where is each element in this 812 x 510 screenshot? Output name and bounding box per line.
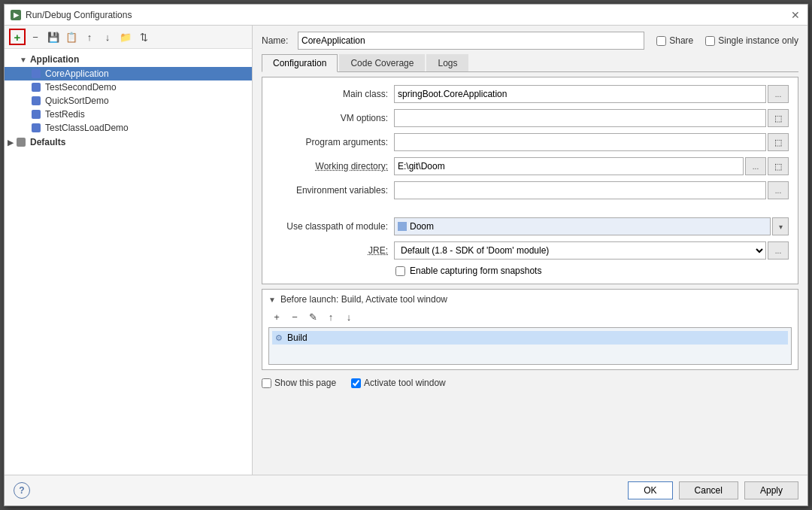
- working-dir-input[interactable]: [394, 157, 744, 175]
- snapshots-row: Enable capturing form snapshots: [271, 266, 789, 276]
- app-icon: [32, 83, 41, 92]
- tab-code-coverage[interactable]: Code Coverage: [339, 54, 425, 71]
- module-icon: [398, 222, 407, 231]
- defaults-group[interactable]: ▶ Defaults: [5, 135, 252, 150]
- working-dir-browse-button[interactable]: ...: [745, 157, 766, 175]
- tree-item-core-application[interactable]: CoreApplication: [5, 67, 252, 80]
- show-page-text: Show this page: [274, 378, 336, 388]
- working-dir-expand-button[interactable]: ⬚: [768, 157, 789, 175]
- enable-snapshots-label: Enable capturing form snapshots: [410, 266, 541, 276]
- before-launch-arrow: ▼: [268, 296, 276, 304]
- env-vars-input-wrapper: ...: [394, 181, 789, 199]
- folder-button[interactable]: 📁: [117, 29, 134, 45]
- right-panel: Name: Share Single instance only Configu…: [253, 26, 807, 475]
- bl-list-item[interactable]: ⚙ Build: [272, 331, 788, 345]
- env-vars-browse-button[interactable]: ...: [768, 181, 789, 199]
- bl-down-button[interactable]: ↓: [341, 309, 357, 324]
- working-dir-input-wrapper: ... ⬚: [394, 157, 789, 175]
- defaults-icon: [17, 138, 26, 147]
- jre-select[interactable]: Default (1.8 - SDK of 'Doom' module): [394, 241, 766, 260]
- save-configuration-button[interactable]: 💾: [45, 29, 62, 45]
- defaults-arrow: ▶: [8, 138, 14, 147]
- share-checkbox-label[interactable]: Share: [656, 35, 693, 46]
- program-args-input[interactable]: [394, 133, 766, 151]
- bottom-checkboxes: Show this page Activate tool window: [262, 375, 798, 391]
- move-up-button[interactable]: ↑: [81, 29, 98, 45]
- classpath-dropdown-button[interactable]: ▾: [772, 217, 789, 235]
- vm-options-input-wrapper: ⬚: [394, 109, 789, 127]
- classpath-select-wrapper: Doom ▾: [394, 217, 789, 235]
- bl-add-button[interactable]: +: [268, 309, 285, 324]
- before-launch-title: Before launch: Build, Activate tool wind…: [280, 294, 447, 305]
- main-class-label: Main class:: [271, 89, 388, 99]
- application-group-label: Application: [30, 54, 79, 65]
- jre-select-wrapper: Default (1.8 - SDK of 'Doom' module) ...: [394, 241, 789, 260]
- single-instance-label: Single instance only: [718, 35, 798, 46]
- before-launch-toolbar: + − ✎ ↑ ↓: [268, 309, 792, 324]
- name-input[interactable]: [298, 32, 644, 50]
- activate-window-checkbox[interactable]: [351, 378, 361, 388]
- left-panel: + − 💾 📋 ↑ ↓ 📁 ⇅ ▼ Application CoreApplic…: [5, 26, 253, 475]
- dialog-title: Run/Debug Configurations: [26, 10, 785, 20]
- add-configuration-button[interactable]: +: [9, 29, 26, 45]
- build-icon: ⚙: [275, 333, 283, 343]
- activate-window-label[interactable]: Activate tool window: [351, 378, 446, 388]
- app-icon: [32, 123, 41, 132]
- title-bar: ▶ Run/Debug Configurations ✕: [5, 5, 807, 26]
- vm-expand-button[interactable]: ⬚: [768, 109, 789, 127]
- tree-item-quicsort-demo[interactable]: QuickSortDemo: [5, 94, 252, 108]
- sort-button[interactable]: ⇅: [135, 29, 152, 45]
- close-button[interactable]: ✕: [789, 9, 801, 21]
- show-page-checkbox[interactable]: [262, 378, 271, 388]
- vm-options-input[interactable]: [394, 109, 766, 127]
- main-class-row: Main class: ...: [271, 85, 789, 103]
- tab-logs[interactable]: Logs: [426, 54, 468, 71]
- program-args-input-wrapper: ⬚: [394, 133, 789, 151]
- share-checkbox[interactable]: [656, 36, 666, 46]
- remove-configuration-button[interactable]: −: [27, 29, 44, 45]
- working-dir-row: Working directory: ... ⬚: [271, 157, 789, 175]
- working-dir-label: Working directory:: [271, 161, 388, 172]
- program-args-row: Program arguments: ⬚: [271, 133, 789, 151]
- classpath-select[interactable]: Doom: [394, 217, 771, 235]
- main-class-input-wrapper: ...: [394, 85, 789, 103]
- main-class-input[interactable]: [394, 85, 766, 103]
- tab-configuration[interactable]: Configuration: [262, 54, 338, 72]
- name-row: Name: Share Single instance only: [262, 32, 798, 50]
- tabs-bar: Configuration Code Coverage Logs: [262, 54, 798, 72]
- bl-edit-button[interactable]: ✎: [304, 309, 321, 324]
- jre-row: JRE: Default (1.8 - SDK of 'Doom' module…: [271, 241, 789, 260]
- env-vars-label: Environment variables:: [271, 185, 388, 196]
- cancel-button[interactable]: Cancel: [679, 481, 738, 499]
- enable-snapshots-checkbox[interactable]: [395, 266, 405, 276]
- ok-button[interactable]: OK: [628, 481, 672, 499]
- program-args-label: Program arguments:: [271, 137, 388, 147]
- show-page-label[interactable]: Show this page: [262, 378, 336, 388]
- vm-options-label: VM options:: [271, 113, 388, 123]
- program-args-expand-button[interactable]: ⬚: [768, 133, 789, 151]
- configurations-tree: ▼ Application CoreApplication TestSecond…: [5, 49, 252, 475]
- left-toolbar: + − 💾 📋 ↑ ↓ 📁 ⇅: [5, 26, 252, 49]
- tree-item-test-second-demo[interactable]: TestSecondDemo: [5, 80, 252, 94]
- apply-button[interactable]: Apply: [744, 481, 798, 499]
- env-vars-input[interactable]: [394, 181, 766, 199]
- help-button[interactable]: ?: [14, 482, 30, 499]
- classpath-row: Use classpath of module: Doom ▾: [271, 217, 789, 235]
- bl-remove-button[interactable]: −: [286, 309, 303, 324]
- dialog-icon: ▶: [11, 10, 21, 20]
- single-instance-checkbox-label[interactable]: Single instance only: [705, 35, 798, 46]
- single-instance-checkbox[interactable]: [705, 36, 715, 46]
- share-label: Share: [669, 35, 693, 46]
- env-vars-row: Environment variables: ...: [271, 181, 789, 199]
- move-down-button[interactable]: ↓: [99, 29, 116, 45]
- bl-up-button[interactable]: ↑: [323, 309, 339, 324]
- defaults-label: Defaults: [30, 137, 65, 147]
- copy-configuration-button[interactable]: 📋: [63, 29, 80, 45]
- tree-item-test-class-load[interactable]: TestClassLoadDemo: [5, 121, 252, 135]
- run-debug-dialog: ▶ Run/Debug Configurations ✕ + − 💾 📋 ↑ ↓…: [4, 4, 808, 506]
- main-class-browse-button[interactable]: ...: [768, 85, 789, 103]
- jre-browse-button[interactable]: ...: [768, 241, 789, 260]
- jre-label: JRE:: [271, 245, 388, 256]
- tree-item-test-redis[interactable]: TestRedis: [5, 108, 252, 121]
- tree-item-label: TestRedis: [45, 109, 85, 120]
